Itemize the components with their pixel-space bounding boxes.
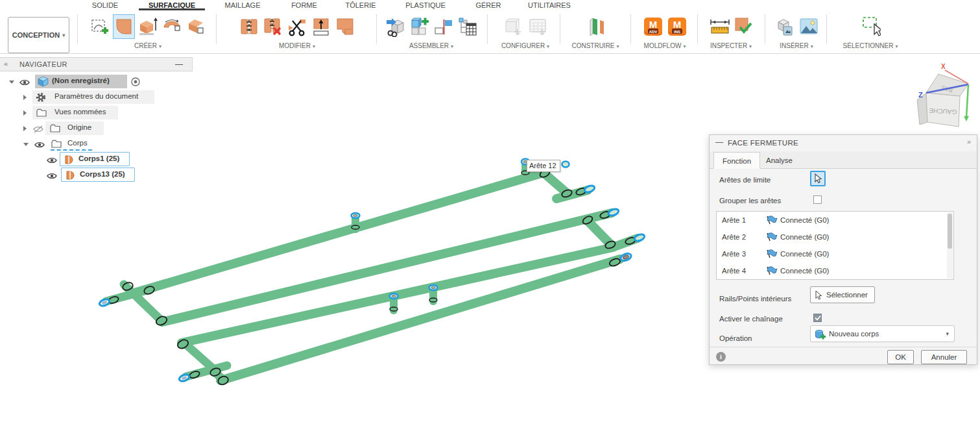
tab-maillage[interactable]: MAILLAGE bbox=[224, 1, 260, 9]
extend-button[interactable] bbox=[310, 14, 332, 39]
validate-button[interactable] bbox=[732, 14, 754, 39]
eye-slash-icon[interactable] bbox=[33, 125, 43, 133]
dialog-minimize-icon[interactable]: — bbox=[715, 138, 723, 147]
chevron-down-icon[interactable] bbox=[9, 81, 14, 84]
group-label-modify[interactable]: MODIFIER bbox=[279, 42, 311, 49]
select-cursor-icon bbox=[860, 16, 881, 38]
group-label-insert[interactable]: INSÉRER bbox=[780, 42, 808, 49]
boundary-edges-select-button[interactable] bbox=[810, 171, 826, 186]
workspace-selector-button[interactable]: CONCEPTION ▾ bbox=[8, 17, 69, 53]
tree-row-origin[interactable]: Origine bbox=[0, 121, 193, 136]
viewcube[interactable]: BAS GAUCHE X Z bbox=[907, 60, 978, 131]
eye-icon[interactable] bbox=[19, 79, 30, 86]
stitch-button[interactable] bbox=[238, 14, 260, 39]
tree-row-body13[interactable]: Corps13 (25) bbox=[0, 168, 193, 183]
dropdown-caret-icon: ▾ bbox=[683, 44, 686, 49]
moldflow-insight-button[interactable]: MINS bbox=[666, 14, 688, 39]
group-label-construct[interactable]: CONSTRUIRE bbox=[571, 42, 614, 49]
tab-solide[interactable]: SOLIDE bbox=[92, 1, 118, 9]
chevron-right-icon[interactable] bbox=[23, 110, 27, 116]
tab-gerer[interactable]: GÉRER bbox=[475, 1, 501, 9]
construct-plane-button[interactable] bbox=[584, 14, 606, 39]
settings-label[interactable]: Paramètres du document bbox=[54, 92, 138, 100]
group-edges-checkbox[interactable] bbox=[813, 195, 822, 204]
dropdown-caret-icon: ▾ bbox=[895, 44, 898, 49]
create-sketch-surface-button[interactable] bbox=[89, 14, 111, 39]
chevron-down-icon[interactable] bbox=[23, 143, 29, 146]
tab-tolerie[interactable]: TÔLERIE bbox=[345, 1, 376, 9]
trim-button[interactable] bbox=[286, 14, 308, 39]
new-component-button[interactable] bbox=[409, 14, 431, 39]
viewcube-front-label: GAUCHE bbox=[929, 107, 957, 116]
select-button[interactable] bbox=[859, 14, 881, 39]
tree-row-settings[interactable]: Paramètres du document bbox=[0, 90, 193, 105]
tab-forme[interactable]: FORME bbox=[291, 1, 317, 9]
dialog-tab-function[interactable]: Fonction bbox=[713, 152, 760, 169]
extrude-surface-button[interactable] bbox=[137, 14, 159, 39]
document-name[interactable]: (Non enregistré) bbox=[52, 77, 110, 84]
group-label-select[interactable]: SÉLECTIONNER bbox=[843, 42, 894, 49]
tree-row-named-views[interactable]: Vues nommées bbox=[0, 105, 193, 121]
group-label-moldflow[interactable]: MOLDFLOW bbox=[644, 42, 682, 49]
insert-derive-button[interactable] bbox=[385, 14, 407, 39]
scrollbar-thumb[interactable] bbox=[948, 214, 952, 249]
face-closure-dialog: — FACE FERMETURE » Fonction Analyse Arêt… bbox=[709, 134, 977, 365]
bom-table-button[interactable] bbox=[457, 14, 479, 39]
edge-list-scrollbar[interactable] bbox=[947, 212, 953, 279]
cancel-button[interactable]: Annuler bbox=[921, 350, 967, 364]
named-views-label[interactable]: Vues nommées bbox=[54, 108, 106, 116]
group-label-assemble[interactable]: ASSEMBLER bbox=[409, 42, 449, 49]
insert-image-button[interactable] bbox=[798, 14, 820, 39]
operation-dropdown[interactable]: Nouveau corps ▾ bbox=[810, 325, 955, 342]
body13-selected-box[interactable]: Corps13 (25) bbox=[61, 168, 135, 182]
panel-collapse-icon[interactable]: « bbox=[4, 60, 8, 68]
chevron-right-icon[interactable] bbox=[23, 126, 27, 131]
joint-button[interactable] bbox=[433, 14, 455, 39]
body1-label[interactable]: Corps1 (25) bbox=[78, 155, 119, 162]
sweep-surface-button[interactable] bbox=[185, 14, 207, 39]
revolve-surface-button[interactable] bbox=[161, 14, 183, 39]
patch-button[interactable] bbox=[113, 14, 135, 39]
tree-row-body1[interactable]: Corps1 (25) bbox=[0, 152, 193, 168]
group-label-create[interactable]: CRÉER bbox=[134, 42, 157, 49]
eye-icon[interactable] bbox=[47, 156, 57, 164]
dialog-tab-analysis[interactable]: Analyse bbox=[758, 152, 801, 169]
unstitch-button[interactable] bbox=[262, 14, 284, 39]
minimize-icon[interactable]: — bbox=[175, 60, 183, 69]
info-icon[interactable]: i bbox=[716, 352, 726, 362]
tree-row-bodies[interactable]: Corps bbox=[0, 136, 193, 152]
merge-button[interactable] bbox=[334, 14, 356, 39]
bom-table-icon bbox=[457, 16, 478, 37]
rails-select-button[interactable]: Sélectionner bbox=[810, 286, 875, 303]
bodies-folder-label[interactable]: Corps bbox=[67, 139, 88, 147]
moldflow-adviser-button[interactable]: MADV bbox=[642, 14, 664, 39]
tab-utilitaires[interactable]: UTILITAIRES bbox=[528, 1, 571, 9]
edge-list-item[interactable]: Arête 3 Connecté (G0) bbox=[717, 245, 953, 262]
edge-list-item[interactable]: Arête 4 Connecté (G0) bbox=[717, 262, 953, 279]
dropdown-caret-icon: ▾ bbox=[547, 44, 549, 49]
measure-button[interactable] bbox=[708, 14, 730, 39]
dialog-expand-icon[interactable]: » bbox=[967, 138, 970, 145]
edge-list-item[interactable]: Arête 2 Connecté (G0) bbox=[717, 229, 953, 245]
svg-text:ADV: ADV bbox=[649, 30, 657, 34]
edge-list[interactable]: Arête 1 Connecté (G0) Arête 2 Connecté (… bbox=[716, 211, 954, 280]
eye-icon[interactable] bbox=[47, 172, 57, 180]
origin-label[interactable]: Origine bbox=[67, 123, 91, 131]
insert-mesh-button[interactable] bbox=[774, 14, 796, 39]
body13-label[interactable]: Corps13 (25) bbox=[80, 170, 125, 178]
dialog-titlebar[interactable]: — FACE FERMETURE » bbox=[710, 135, 977, 151]
tree-row-document[interactable]: (Non enregistré) bbox=[0, 74, 193, 90]
configure-design-button-disabled bbox=[503, 14, 525, 39]
ribbon-separator bbox=[487, 14, 488, 44]
tab-plastique[interactable]: PLASTIQUE bbox=[405, 1, 446, 9]
activate-radio-icon[interactable] bbox=[131, 77, 140, 86]
chevron-right-icon[interactable] bbox=[23, 95, 27, 100]
chain-checkbox[interactable] bbox=[813, 314, 822, 322]
group-label-inspect[interactable]: INSPECTER bbox=[710, 42, 747, 49]
eye-icon[interactable] bbox=[34, 141, 45, 149]
group-label-configure[interactable]: CONFIGURER bbox=[501, 42, 545, 49]
dialog-footer: i OK Annuler bbox=[710, 347, 977, 366]
edge-list-item[interactable]: Arête 1 Connecté (G0) bbox=[717, 212, 953, 229]
body1-selected-box[interactable]: Corps1 (25) bbox=[60, 152, 130, 166]
ok-button[interactable]: OK bbox=[887, 350, 914, 364]
